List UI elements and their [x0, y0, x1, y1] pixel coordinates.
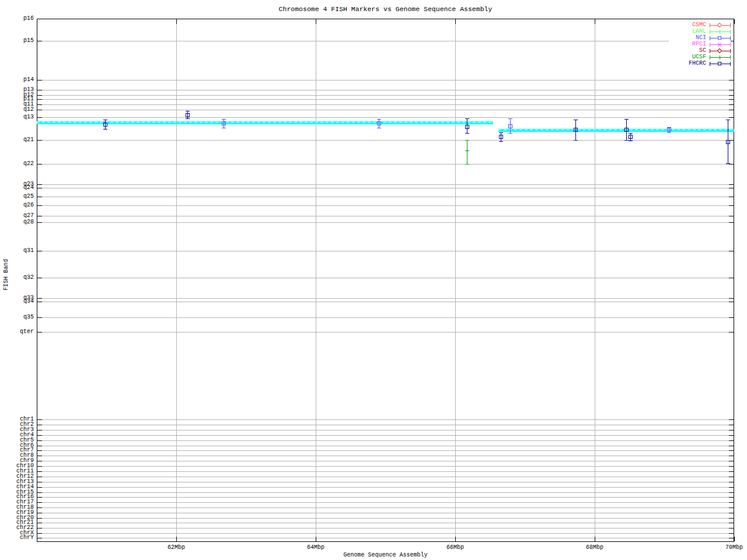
y-tick-label: q22: [0, 161, 34, 167]
legend-sample-line: [710, 32, 731, 32]
y-axis-tick: [729, 508, 734, 508]
marker-square-NCI: [508, 124, 512, 128]
y-axis-tick: [37, 278, 42, 278]
y-tick-label: q26: [0, 202, 34, 208]
y-gridline: [37, 492, 734, 493]
y-axis-tick: [37, 332, 42, 332]
y-axis-tick: [37, 19, 42, 19]
x-axis-tick: [455, 537, 456, 541]
y-axis-tick: [37, 95, 42, 96]
y-tick-label: q25: [0, 194, 34, 200]
y-axis-tick: [729, 188, 734, 188]
error-bar-cap-NCI: [222, 119, 226, 120]
x-axis-tick: [455, 19, 456, 24]
error-bar-cap-FHCRC: [574, 140, 578, 141]
y-axis-tick: [729, 19, 734, 19]
y-axis-tick: [729, 317, 734, 318]
y-axis-tick: [729, 216, 734, 216]
error-bar-cap-FHCRC: [103, 129, 107, 130]
error-bar-cap-FHCRC: [186, 118, 190, 119]
x-gridline: [455, 19, 456, 541]
y-tick-label: q21: [0, 137, 34, 143]
y-tick-label: q34: [0, 299, 34, 304]
y-axis-tick: [37, 477, 42, 477]
y-gridline: [37, 461, 734, 461]
y-gridline: [37, 110, 734, 110]
y-axis-tick: [37, 317, 42, 318]
y-axis-tick: [729, 80, 734, 80]
y-axis-tick: [37, 492, 42, 493]
x-gridline: [316, 19, 316, 541]
y-axis-tick: [37, 184, 42, 185]
y-gridline: [37, 518, 734, 519]
x-gridline: [595, 19, 595, 541]
y-axis-tick: [729, 205, 734, 206]
y-tick-label: p15: [0, 38, 34, 44]
y-axis-tick: [729, 430, 734, 430]
legend-sample-cap: [730, 23, 731, 27]
marker-square-FHCRC: [574, 128, 578, 132]
y-axis-tick: [37, 197, 42, 197]
y-tick-label: q12: [0, 107, 34, 113]
legend-marker-square: [718, 62, 721, 65]
plot-border: [37, 19, 734, 542]
y-gridline: [37, 440, 734, 441]
x-tick-label: 64Mbp: [298, 545, 333, 551]
y-axis-tick: [37, 435, 42, 436]
y-axis-tick: [729, 528, 734, 528]
legend-marker-tick: [720, 55, 720, 60]
y-axis-tick: [729, 164, 734, 164]
error-bar-cap-FHCRC: [726, 163, 730, 164]
y-axis-tick: [37, 466, 42, 467]
y-axis-tick: [37, 471, 42, 472]
y-axis-tick: [729, 278, 734, 278]
y-axis-tick: [37, 430, 42, 430]
y-gridline: [37, 95, 734, 96]
error-bar-cap-NCI: [667, 132, 671, 133]
y-axis-tick: [37, 456, 42, 456]
error-bar-cap-NCI: [508, 118, 512, 119]
y-gridline: [37, 317, 734, 318]
y-gridline: [37, 278, 734, 278]
y-axis-tick: [37, 110, 42, 110]
y-gridline: [37, 205, 734, 206]
error-bar-cap-FHCRC: [726, 120, 730, 120]
legend-label-LANL: LANL: [669, 29, 706, 34]
y-axis-tick: [729, 222, 734, 223]
y-axis-tick: [729, 99, 734, 100]
y-tick-label: chrY: [0, 535, 34, 541]
marker-square-FHCRC: [186, 113, 190, 117]
legend-sample-line: [710, 57, 731, 58]
y-axis-tick: [729, 446, 734, 446]
y-axis-tick: [729, 518, 734, 519]
y-tick-label: p14: [0, 77, 34, 83]
error-bar-cap-FHCRC: [186, 111, 190, 111]
y-axis-tick: [37, 419, 42, 420]
error-bar-cap-FHCRC: [465, 133, 469, 134]
y-gridline: [37, 471, 734, 472]
y-tick-label: q31: [0, 248, 34, 254]
legend-label-FHCRC: FHCRC: [669, 61, 706, 66]
y-gridline: [37, 477, 734, 477]
y-axis-tick: [37, 90, 42, 90]
marker-square-FHCRC: [629, 135, 633, 139]
y-axis-tick: [37, 538, 42, 538]
y-gridline: [37, 104, 734, 105]
y-gridline: [37, 497, 734, 498]
y-gridline: [37, 222, 734, 223]
y-axis-tick: [37, 80, 42, 80]
error-bar-cap-UCSF: [465, 140, 469, 141]
error-bar-cap-FHCRC: [465, 118, 469, 119]
error-bar-cap-UCSF: [465, 164, 469, 164]
y-axis-tick: [729, 523, 734, 523]
y-axis-tick: [729, 302, 734, 302]
y-axis-tick: [729, 440, 734, 441]
y-axis-tick: [729, 482, 734, 482]
marker-square-NCI: [222, 121, 226, 125]
y-gridline: [37, 188, 734, 188]
y-axis-tick: [37, 450, 42, 451]
y-axis-tick: [37, 513, 42, 513]
y-axis-tick: [37, 104, 42, 105]
y-gridline: [37, 513, 734, 513]
y-gridline: [37, 456, 734, 456]
